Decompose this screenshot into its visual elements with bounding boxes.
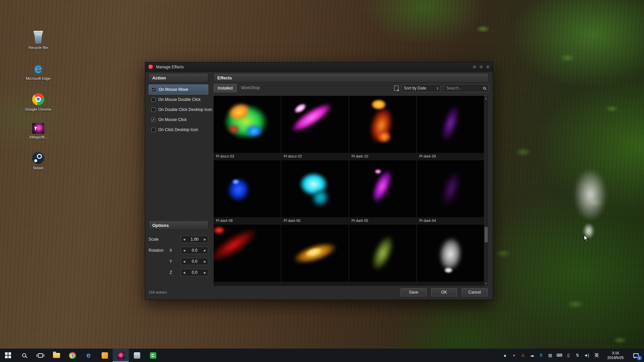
effect-label: Pl dark 06	[281, 217, 348, 224]
action-center-button[interactable]: 2	[629, 349, 643, 362]
checkbox[interactable]	[151, 128, 156, 132]
action-item[interactable]: On Mouse Double Click	[149, 95, 208, 105]
options-row: Scale1.00	[149, 235, 208, 244]
stepper-increase-button[interactable]	[202, 247, 208, 254]
desktop-icon-recycle-bin[interactable]: Recycle Bin	[23, 31, 54, 50]
effect-thumbnail-pl-dark-08[interactable]: Pl dark 08	[214, 160, 281, 224]
effect-thumbnail-pl-disco-03[interactable]: Pl disco 03	[214, 96, 281, 160]
effect-thumbnail[interactable]	[214, 225, 281, 286]
sort-spinner-icon[interactable]	[437, 86, 438, 90]
manage-effects-window: Manage Effects Action On Mouse MoveOn Mo…	[145, 62, 493, 300]
desktop-icon-google-chrome[interactable]: Google Chrome	[23, 93, 54, 112]
effect-thumbnail-pl-dark-09[interactable]: Pl dark 09	[417, 96, 484, 160]
google-chrome-icon	[32, 93, 45, 106]
add-effect-button[interactable]	[394, 85, 398, 91]
ok-button[interactable]: OK	[431, 288, 457, 296]
action-item[interactable]: On Mouse Move	[149, 84, 208, 95]
effect-thumbnail-pl-disco-02[interactable]: Pl disco 02	[281, 96, 348, 160]
effect-thumbnail[interactable]	[281, 225, 348, 286]
effect-thumbnail-pl-dark-06[interactable]: Pl dark 06	[281, 160, 348, 224]
axis-label: Z	[166, 270, 172, 275]
task-view-button[interactable]	[32, 349, 48, 362]
action-item[interactable]: On Double Click Desktop Icon	[149, 105, 208, 115]
save-button[interactable]: Save	[400, 288, 427, 296]
stepper-value[interactable]: 0.0	[187, 270, 202, 275]
keyboard-tray-icon[interactable]: ⌨	[555, 349, 564, 362]
stepper-decrease-button[interactable]	[181, 236, 187, 243]
desktop-icon-microsoft-edge[interactable]: Microsoft Edge	[23, 62, 54, 81]
taskbar-app-media-app[interactable]	[97, 349, 113, 362]
effects-scrollbar[interactable]	[484, 96, 488, 286]
checkbox[interactable]	[152, 87, 156, 92]
desktop-icon-xmagic-mouse[interactable]: XMagicM...	[23, 123, 54, 140]
effect-thumbnail-pl-dark-05[interactable]: Pl dark 05	[349, 160, 416, 224]
desktop-icon-label: Steam	[33, 166, 44, 171]
stepper-increase-button[interactable]	[202, 258, 208, 265]
desktop-icon-list: Recycle BinMicrosoft EdgeGoogle ChromeXM…	[23, 31, 54, 182]
effects-panel-header: Effects	[214, 74, 488, 82]
taskbar-app-clover[interactable]	[145, 349, 161, 362]
volume-tray-icon[interactable]: ◄)	[582, 349, 591, 362]
effect-thumbnail[interactable]	[417, 225, 484, 286]
close-button[interactable]	[486, 65, 489, 68]
cancel-button[interactable]: Cancel	[462, 288, 488, 296]
search-input[interactable]	[446, 86, 480, 90]
taskbar-app-edge[interactable]	[80, 349, 97, 362]
search-icon[interactable]	[483, 87, 486, 89]
action-item[interactable]: On Click Desktop Icon	[149, 125, 208, 135]
tab-installed[interactable]: Installed	[214, 84, 237, 93]
hidden-icons-chevron-icon[interactable]: ▲	[500, 349, 509, 362]
effect-preview	[417, 160, 484, 217]
scroll-down-button[interactable]	[484, 281, 488, 286]
stepper-increase-button[interactable]	[202, 269, 208, 276]
battery-tray-icon[interactable]: ▯	[564, 349, 573, 362]
stepper-decrease-button[interactable]	[181, 258, 187, 265]
bluetooth-tray-icon[interactable]: B	[537, 349, 546, 362]
taskbar-app-chrome[interactable]	[64, 349, 80, 362]
ime-indicator[interactable]: 英	[591, 349, 602, 362]
tab-workshop[interactable]: WorkShop	[237, 84, 264, 93]
warning-tray-icon[interactable]: ⚠	[519, 349, 528, 362]
effect-label	[281, 282, 348, 286]
action-item[interactable]: On Mouse Click	[149, 115, 208, 125]
taskbar-search-button[interactable]	[16, 349, 32, 362]
cloud-tray-icon[interactable]: ☁	[528, 349, 537, 362]
usb-tray-icon[interactable]: ⇅	[573, 349, 582, 362]
effect-label: Pl dark 10	[349, 153, 416, 160]
checkbox[interactable]	[151, 118, 156, 122]
effect-label: Pl dark 09	[417, 153, 484, 160]
sort-dropdown[interactable]: Sort by Date	[401, 84, 440, 92]
entries-count: 159 entries	[149, 290, 167, 294]
stepper-increase-button[interactable]	[202, 236, 208, 243]
window-titlebar[interactable]: Manage Effects	[145, 62, 493, 72]
taskbar-clock[interactable]: 3:16 2019/5/25	[602, 349, 629, 362]
desktop-icon-label: Microsoft Edge	[26, 76, 50, 81]
start-button[interactable]	[0, 349, 16, 362]
scroll-up-button[interactable]	[484, 96, 488, 101]
checkbox[interactable]	[151, 108, 156, 112]
stepper-decrease-button[interactable]	[181, 269, 187, 276]
options-rows: Scale1.00RotationX0.0Y0.0Z0.0	[149, 235, 208, 277]
taskbar-app-xmagic-mouse[interactable]	[113, 349, 129, 362]
stepper-decrease-button[interactable]	[181, 247, 187, 254]
file-explorer-icon	[53, 353, 60, 358]
taskbar-app-file-explorer[interactable]	[48, 349, 64, 362]
effect-thumbnail[interactable]	[349, 225, 416, 286]
effect-thumbnail-pl-dark-10[interactable]: Pl dark 10	[349, 96, 416, 160]
desktop-icon-steam[interactable]: Steam	[23, 151, 54, 171]
taskbar-app-photos-app[interactable]	[129, 349, 145, 362]
scroll-thumb[interactable]	[485, 227, 488, 242]
stepper-value[interactable]: 0.0	[187, 248, 202, 253]
xmagic-mouse-icon	[32, 123, 44, 134]
minimize-button[interactable]	[473, 65, 476, 68]
xmagic-tray-icon[interactable]: ●	[509, 349, 519, 362]
effect-thumbnail-pl-dark-04[interactable]: Pl dark 04	[417, 160, 484, 224]
checkbox[interactable]	[151, 98, 156, 102]
stepper-value[interactable]: 1.00	[187, 237, 202, 242]
value-stepper: 0.0	[181, 258, 208, 265]
effects-grid: Pl disco 03Pl disco 02Pl dark 10Pl dark …	[214, 96, 484, 286]
display-tray-icon[interactable]: ▤	[546, 349, 555, 362]
maximize-button[interactable]	[480, 65, 483, 68]
stepper-value[interactable]: 0.0	[187, 259, 202, 264]
microsoft-edge-icon	[32, 62, 45, 75]
